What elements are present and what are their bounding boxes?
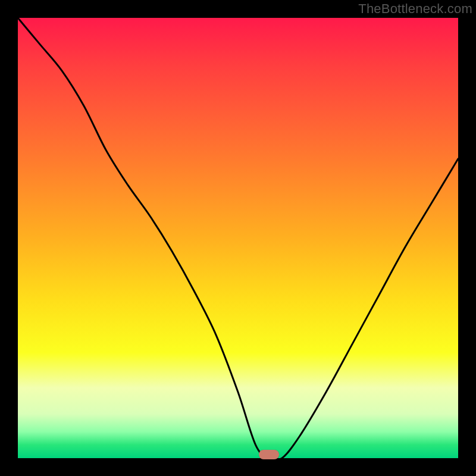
bottleneck-curve (18, 18, 458, 461)
watermark-text: TheBottleneck.com (358, 1, 472, 17)
curve-layer (18, 18, 458, 458)
optimum-marker (259, 450, 279, 459)
chart-frame: TheBottleneck.com (0, 0, 476, 476)
